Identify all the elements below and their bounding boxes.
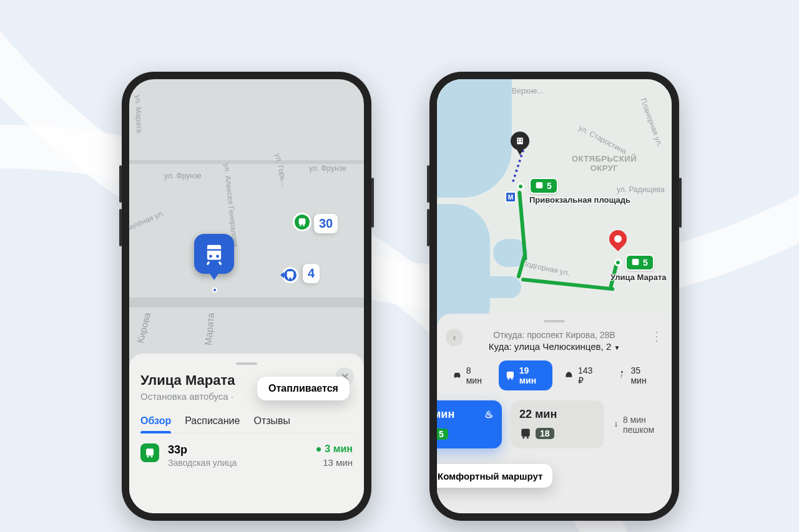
svg-point-31 xyxy=(522,437,524,438)
back-button[interactable]: ‹ xyxy=(446,329,463,346)
svg-point-2 xyxy=(209,255,212,258)
bus-icon xyxy=(140,443,159,462)
phone-mockup-right: Верхне... Планерная ул. ул. Старостина у… xyxy=(429,72,679,521)
phone-mockup-left: ул. Марата Зелёная ул. ул. Фрунзе ул. Ал… xyxy=(122,72,371,521)
svg-point-26 xyxy=(621,371,623,373)
svg-point-5 xyxy=(300,225,301,226)
svg-point-9 xyxy=(291,278,293,279)
more-button[interactable]: ⋮ xyxy=(650,330,663,342)
svg-point-33 xyxy=(615,422,617,423)
street-label: Кирова xyxy=(135,311,153,344)
svg-rect-15 xyxy=(521,139,522,140)
taxi-icon xyxy=(564,370,574,381)
svg-rect-16 xyxy=(518,141,519,142)
tab-reviews[interactable]: Отзывы xyxy=(253,415,290,433)
bus-icon xyxy=(534,181,544,191)
svg-point-20 xyxy=(454,377,456,378)
svg-rect-30 xyxy=(521,429,529,437)
route-label-4[interactable]: 4 xyxy=(303,264,320,283)
eta-secondary: 13 мин xyxy=(316,457,353,468)
mode-switcher: 8 мин 19 мин 143 ₽ 35 мин xyxy=(446,360,663,390)
street-label: ул. Радищева xyxy=(617,185,665,194)
svg-rect-18 xyxy=(536,182,543,188)
svg-rect-14 xyxy=(518,139,519,140)
svg-point-32 xyxy=(527,437,529,438)
route-card-primary[interactable]: 19 мин ♨ 5 xyxy=(437,400,502,448)
mode-transit[interactable]: 19 мин xyxy=(499,360,552,390)
street-label: Марата xyxy=(202,312,216,346)
tabs: Обзор Расписание Отзывы xyxy=(140,415,353,433)
svg-point-21 xyxy=(458,377,459,378)
svg-point-23 xyxy=(507,378,509,380)
svg-rect-10 xyxy=(146,448,154,455)
departure-row[interactable]: 33р Заводская улица 3 мин 13 мин xyxy=(140,433,353,484)
tram-icon xyxy=(202,242,226,266)
tab-overview[interactable]: Обзор xyxy=(140,415,171,433)
street-label: ул. Старостина xyxy=(577,123,629,156)
svg-rect-0 xyxy=(207,245,221,260)
bus-marker-blue[interactable] xyxy=(282,267,298,283)
street-label: Планерная ул. xyxy=(639,97,664,148)
svg-rect-25 xyxy=(568,372,571,373)
svg-point-11 xyxy=(147,456,149,458)
screen-right: Верхне... Планерная ул. ул. Старостина у… xyxy=(437,79,672,513)
svg-rect-19 xyxy=(632,259,639,265)
origin-pin[interactable] xyxy=(511,132,529,150)
stop-label: Улица Марата xyxy=(610,273,667,282)
route-time: 19 мин xyxy=(437,408,454,421)
bus-stop-badge[interactable]: 5 xyxy=(529,178,558,194)
screen-left: ул. Марата Зелёная ул. ул. Фрунзе ул. Ал… xyxy=(129,79,364,513)
svg-point-3 xyxy=(216,255,219,258)
route-number: 33р xyxy=(168,443,237,457)
mode-walk[interactable]: 35 мин xyxy=(610,360,663,390)
svg-point-24 xyxy=(511,378,513,380)
bus-icon xyxy=(297,217,307,227)
svg-point-6 xyxy=(303,225,305,226)
walk-info: 8 мин пешком xyxy=(613,400,658,448)
street-label: ул. Горь... xyxy=(273,153,289,188)
street-label: ул. Фрунзе xyxy=(164,172,202,180)
tab-schedule[interactable]: Расписание xyxy=(185,415,240,433)
sheet-handle[interactable] xyxy=(236,362,257,365)
eta-primary: 3 мин xyxy=(316,443,353,455)
route-label-30[interactable]: 30 xyxy=(314,214,338,233)
street-label: Подгорная ул. xyxy=(521,259,571,278)
street-label: ул. Фрунзе xyxy=(309,164,346,173)
bus-icon xyxy=(630,258,640,268)
svg-rect-17 xyxy=(521,141,522,142)
bus-icon xyxy=(519,427,532,440)
district-label: ОКТЯБРЬСКИЙ ОКРУГ xyxy=(567,154,642,173)
svg-rect-7 xyxy=(287,271,294,278)
sheet-handle[interactable] xyxy=(544,320,565,322)
mode-car[interactable]: 8 мин xyxy=(446,360,494,390)
street-label: Зелёная ул. xyxy=(129,208,165,233)
mode-taxi[interactable]: 143 ₽ xyxy=(557,360,605,390)
route-time: 22 мин xyxy=(519,408,557,421)
bus-number: 5 xyxy=(437,428,448,440)
building-icon xyxy=(516,137,524,145)
street-label: Верхне... xyxy=(512,87,544,95)
stop-label: Привокзальная площадь xyxy=(529,195,630,205)
route-card-secondary[interactable]: 22 мин 18 xyxy=(511,400,604,448)
svg-rect-13 xyxy=(517,138,522,145)
svg-point-8 xyxy=(288,278,290,279)
destination-pin[interactable] xyxy=(605,226,630,251)
svg-rect-4 xyxy=(299,218,306,225)
bus-marker-green[interactable] xyxy=(293,213,311,231)
route-cards: 19 мин ♨ 5 22 мин 18 xyxy=(437,400,625,461)
bus-icon xyxy=(505,370,516,381)
car-icon xyxy=(452,370,463,381)
route-destination: Заводская улица xyxy=(168,458,237,468)
walk-icon xyxy=(617,370,627,381)
street-label: ул. Марата xyxy=(134,95,144,133)
comfort-route-tag: ♨ Комфортный маршрут xyxy=(437,464,552,488)
svg-rect-22 xyxy=(507,372,514,378)
heat-icon: ♨ xyxy=(484,409,493,420)
walk-icon xyxy=(613,420,619,430)
to-address[interactable]: Куда: улица Челюскинцев, 2 ▼ xyxy=(446,341,663,352)
heated-tag: Отапливается xyxy=(257,377,350,400)
bus-stop-badge[interactable]: 5 xyxy=(625,254,654,271)
metro-icon[interactable]: М xyxy=(505,191,516,203)
selected-stop-marker[interactable] xyxy=(194,234,234,274)
from-address[interactable]: ‹ Откуда: проспект Кирова, 28В ⋮ xyxy=(446,330,663,340)
